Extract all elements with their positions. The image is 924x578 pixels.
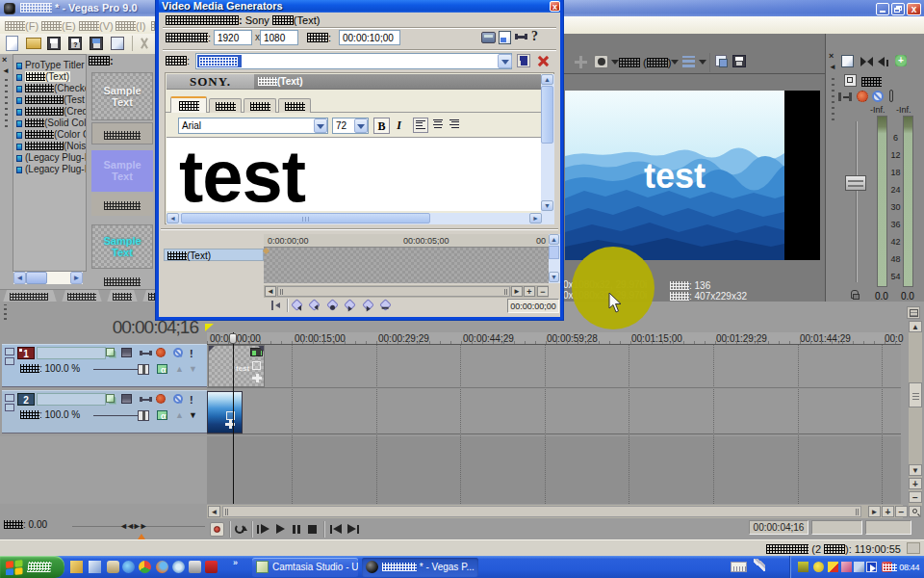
svg-text:test: test <box>644 156 706 196</box>
